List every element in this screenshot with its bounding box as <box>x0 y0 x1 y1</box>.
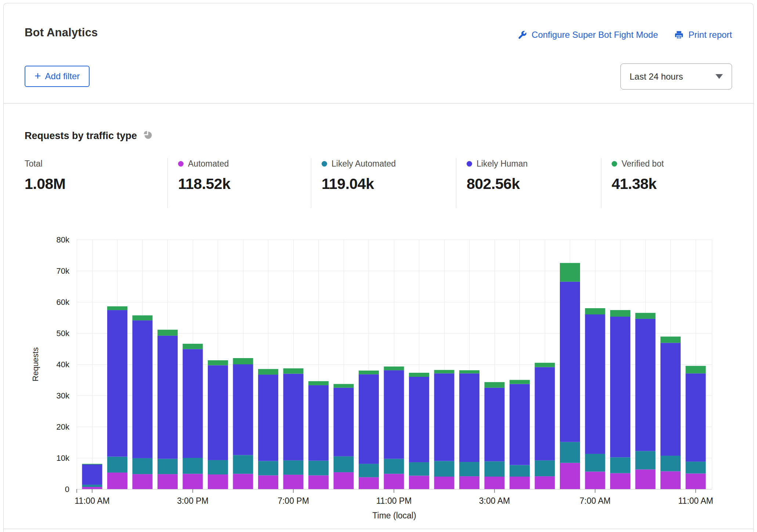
bar-segment[interactable] <box>459 374 479 462</box>
bar-segment[interactable] <box>82 464 102 464</box>
bar-segment[interactable] <box>585 471 605 489</box>
bar-segment[interactable] <box>409 475 429 489</box>
bar-segment[interactable] <box>384 474 404 489</box>
bar-segment[interactable] <box>686 474 706 489</box>
bar-segment[interactable] <box>258 461 278 475</box>
bar-segment[interactable] <box>485 461 505 477</box>
bar-segment[interactable] <box>283 374 304 460</box>
bar-segment[interactable] <box>585 308 605 314</box>
bar-segment[interactable] <box>459 476 479 489</box>
configure-super-bot-fight-mode-link[interactable]: Configure Super Bot Fight Mode <box>517 30 658 40</box>
bar-segment[interactable] <box>510 384 530 465</box>
bar-segment[interactable] <box>510 465 530 477</box>
bar-segment[interactable] <box>510 380 530 384</box>
add-filter-button[interactable]: + Add filter <box>25 66 90 87</box>
bar-segment[interactable] <box>409 462 429 476</box>
bar-segment[interactable] <box>686 374 706 462</box>
print-report-link[interactable]: Print report <box>674 30 732 40</box>
bar-segment[interactable] <box>308 461 329 475</box>
bar-segment[interactable] <box>308 381 329 385</box>
bar-segment[interactable] <box>660 456 681 471</box>
bar-segment[interactable] <box>82 464 102 485</box>
bar-segment[interactable] <box>434 461 454 477</box>
bar-segment[interactable] <box>635 313 656 319</box>
bar-segment[interactable] <box>560 263 580 282</box>
bar-segment[interactable] <box>258 475 278 489</box>
bar-segment[interactable] <box>157 336 178 459</box>
bar-segment[interactable] <box>133 316 153 321</box>
bar-segment[interactable] <box>208 460 228 474</box>
bar-segment[interactable] <box>560 282 580 442</box>
bar-segment[interactable] <box>208 365 228 460</box>
bar-segment[interactable] <box>107 473 127 489</box>
bar-segment[interactable] <box>258 369 278 375</box>
bar-segment[interactable] <box>157 459 178 474</box>
bar-segment[interactable] <box>485 477 505 489</box>
bar-segment[interactable] <box>334 472 354 489</box>
bar-segment[interactable] <box>560 442 580 463</box>
bar-segment[interactable] <box>258 375 278 461</box>
bar-segment[interactable] <box>183 458 203 474</box>
bar-segment[interactable] <box>535 460 555 476</box>
bar-segment[interactable] <box>660 471 681 489</box>
bar-segment[interactable] <box>183 349 203 458</box>
bar-segment[interactable] <box>133 458 153 474</box>
bar-segment[interactable] <box>686 366 706 373</box>
bar-segment[interactable] <box>283 460 304 475</box>
bar-segment[interactable] <box>384 367 404 370</box>
bar-segment[interactable] <box>585 314 605 454</box>
bar-segment[interactable] <box>635 319 656 451</box>
bar-segment[interactable] <box>82 485 102 487</box>
bar-segment[interactable] <box>660 343 681 456</box>
bar-segment[interactable] <box>233 455 253 474</box>
bar-segment[interactable] <box>535 363 555 367</box>
bar-segment[interactable] <box>359 371 379 374</box>
bar-segment[interactable] <box>485 388 505 462</box>
stat-likely-human[interactable]: Likely Human 802.56k <box>456 158 601 208</box>
bar-segment[interactable] <box>459 370 479 374</box>
bar-segment[interactable] <box>283 475 304 489</box>
bar-segment[interactable] <box>610 457 630 473</box>
bar-segment[interactable] <box>233 474 253 489</box>
bar-segment[interactable] <box>107 310 127 457</box>
bar-segment[interactable] <box>384 459 404 474</box>
bar-segment[interactable] <box>233 364 253 455</box>
bar-segment[interactable] <box>359 477 379 489</box>
bar-segment[interactable] <box>434 370 454 373</box>
bar-segment[interactable] <box>635 469 656 489</box>
stat-automated[interactable]: Automated 118.52k <box>167 158 311 208</box>
bar-segment[interactable] <box>384 370 404 459</box>
bar-segment[interactable] <box>409 373 429 377</box>
bar-segment[interactable] <box>233 358 253 364</box>
bar-segment[interactable] <box>334 388 354 456</box>
bar-segment[interactable] <box>635 451 656 469</box>
bar-segment[interactable] <box>434 374 454 461</box>
bar-segment[interactable] <box>359 374 379 464</box>
stat-likely-automated[interactable]: Likely Automated 119.04k <box>311 158 456 208</box>
bar-segment[interactable] <box>183 474 203 489</box>
bar-segment[interactable] <box>334 456 354 472</box>
time-range-select[interactable]: Last 24 hours <box>620 63 732 90</box>
bar-segment[interactable] <box>585 454 605 471</box>
bar-segment[interactable] <box>660 336 681 343</box>
bar-segment[interactable] <box>510 477 530 489</box>
bar-segment[interactable] <box>133 320 153 458</box>
bar-segment[interactable] <box>157 330 178 336</box>
bar-segment[interactable] <box>133 474 153 489</box>
bar-segment[interactable] <box>308 475 329 489</box>
bar-segment[interactable] <box>459 462 479 476</box>
bar-segment[interactable] <box>183 344 203 349</box>
bar-segment[interactable] <box>560 463 580 489</box>
bar-segment[interactable] <box>208 360 228 365</box>
bar-segment[interactable] <box>283 368 304 374</box>
bar-segment[interactable] <box>535 476 555 489</box>
bar-segment[interactable] <box>107 457 127 473</box>
bar-segment[interactable] <box>82 487 102 489</box>
stat-verified-bot[interactable]: Verified bot 41.38k <box>601 158 729 208</box>
bar-segment[interactable] <box>208 474 228 489</box>
bar-segment[interactable] <box>610 473 630 489</box>
bar-segment[interactable] <box>434 477 454 489</box>
bar-segment[interactable] <box>157 474 178 489</box>
bar-segment[interactable] <box>107 306 127 310</box>
bar-segment[interactable] <box>485 382 505 387</box>
